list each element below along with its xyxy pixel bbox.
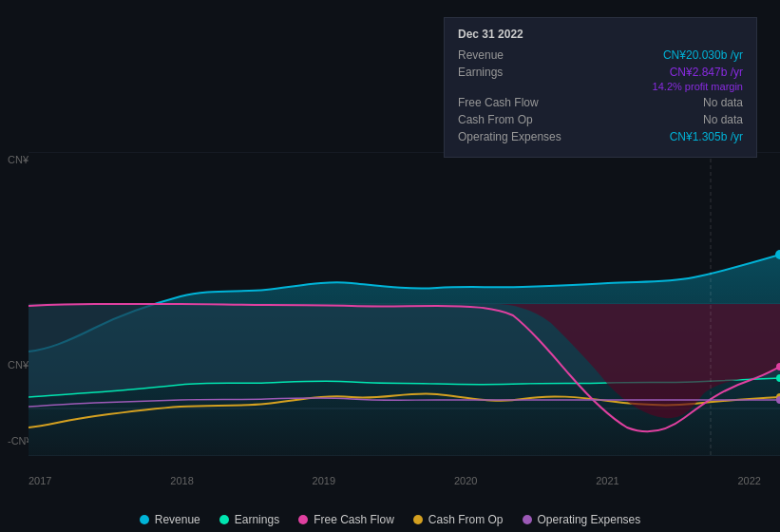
tooltip-margin-value: 14.2% profit margin (653, 81, 743, 92)
legend-item-fcf[interactable]: Free Cash Flow (298, 513, 394, 526)
tooltip-opex-label: Operating Expenses (458, 130, 581, 143)
tooltip-opex-row: Operating Expenses CN¥1.305b /yr (458, 130, 743, 143)
x-label-2019: 2019 (313, 475, 335, 486)
chart-svg (29, 152, 780, 456)
tooltip-date: Dec 31 2022 (458, 28, 743, 41)
x-label-2018: 2018 (170, 475, 193, 486)
legend-item-cashfromop[interactable]: Cash From Op (413, 513, 504, 526)
tooltip-cashfromop-label: Cash From Op (458, 113, 581, 126)
tooltip-cashfromop-row: Cash From Op No data (458, 113, 743, 126)
legend-label-earnings: Earnings (235, 513, 279, 526)
x-labels: 2017 2018 2019 2020 2021 2022 (29, 475, 780, 486)
legend-dot-cashfromop (413, 515, 423, 524)
tooltip-margin-row: 14.2% profit margin (458, 81, 743, 92)
tooltip-fcf-value: No data (703, 96, 743, 109)
x-label-2017: 2017 (29, 475, 51, 486)
legend-label-revenue: Revenue (155, 513, 200, 526)
tooltip-opex-value: CN¥1.305b /yr (670, 130, 743, 143)
legend-label-opex: Operating Expenses (538, 513, 641, 526)
x-label-2020: 2020 (454, 475, 477, 486)
legend: Revenue Earnings Free Cash Flow Cash Fro… (0, 513, 780, 526)
x-label-2021: 2021 (596, 475, 618, 486)
tooltip-cashfromop-value: No data (703, 113, 743, 126)
x-label-2022: 2022 (737, 475, 760, 486)
legend-item-earnings[interactable]: Earnings (219, 513, 279, 526)
legend-dot-fcf (298, 515, 308, 524)
tooltip-panel: Dec 31 2022 Revenue CN¥20.030b /yr Earni… (444, 17, 757, 158)
tooltip-earnings-label: Earnings (458, 66, 581, 79)
legend-dot-revenue (140, 515, 149, 524)
tooltip-revenue-value: CN¥20.030b /yr (663, 48, 743, 62)
tooltip-revenue-row: Revenue CN¥20.030b /yr (458, 48, 743, 62)
legend-label-cashfromop: Cash From Op (428, 513, 504, 526)
legend-item-revenue[interactable]: Revenue (140, 513, 200, 526)
tooltip-earnings-value: CN¥2.847b /yr (670, 66, 743, 79)
legend-dot-earnings (219, 515, 229, 524)
legend-label-fcf: Free Cash Flow (314, 513, 394, 526)
legend-dot-opex (523, 515, 532, 524)
tooltip-fcf-label: Free Cash Flow (458, 96, 581, 109)
legend-item-opex[interactable]: Operating Expenses (523, 513, 641, 526)
tooltip-earnings-row: Earnings CN¥2.847b /yr (458, 66, 743, 79)
tooltip-revenue-label: Revenue (458, 48, 581, 62)
tooltip-fcf-row: Free Cash Flow No data (458, 96, 743, 109)
